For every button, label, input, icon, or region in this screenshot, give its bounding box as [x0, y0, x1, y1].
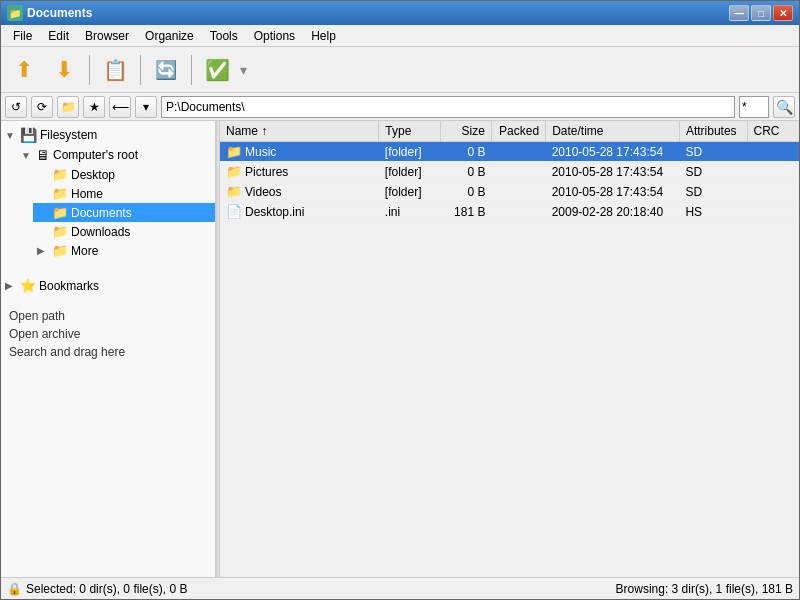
col-header-name[interactable]: Name ↑ — [220, 121, 379, 142]
history-button[interactable]: ⟵ — [109, 96, 131, 118]
cell-type: [folder] — [379, 162, 441, 182]
refresh-icon: 🔄 — [155, 59, 177, 81]
status-selected: Selected: 0 dir(s), 0 file(s), 0 B — [26, 582, 187, 596]
cell-datetime: 2009-02-28 20:18:40 — [546, 202, 680, 222]
check-button[interactable]: ✅ — [198, 51, 236, 89]
file-list: 📁Music [folder] 0 B 2010-05-28 17:43:54 … — [220, 142, 799, 222]
check-dropdown-arrow[interactable]: ▾ — [238, 62, 249, 78]
col-header-attributes[interactable]: Attributes — [679, 121, 747, 142]
path-input[interactable] — [161, 96, 735, 118]
desktop-label: Desktop — [71, 168, 115, 182]
toolbar-separator-2 — [140, 55, 141, 85]
upload-button[interactable]: ⬆ — [5, 51, 43, 89]
dropdown-button[interactable]: ▾ — [135, 96, 157, 118]
bookmark-button[interactable]: ★ — [83, 96, 105, 118]
view-button[interactable]: 📋 — [96, 51, 134, 89]
menu-file[interactable]: File — [5, 25, 40, 46]
tree-bookmarks[interactable]: ▶ ⭐ Bookmarks — [1, 276, 215, 295]
toolbar: ⬆ ⬇ 📋 🔄 ✅ ▾ — [1, 47, 799, 93]
bookmarks-label: Bookmarks — [39, 279, 99, 293]
folder-up-button[interactable]: 📁 — [57, 96, 79, 118]
menu-help[interactable]: Help — [303, 25, 344, 46]
maximize-button[interactable]: □ — [751, 5, 771, 21]
filesystem-icon: 💾 — [20, 127, 37, 143]
tree-documents[interactable]: 📁 Documents — [33, 203, 215, 222]
more-label: More — [71, 244, 98, 258]
right-panel: Name ↑ Type Size Packed Date/time Attrib… — [220, 121, 799, 577]
col-header-crc[interactable]: CRC — [747, 121, 799, 142]
documents-folder-icon: 📁 — [52, 205, 68, 220]
upload-icon: ⬆ — [15, 57, 33, 83]
cell-name: 📁Pictures — [220, 162, 379, 182]
cell-attributes: SD — [679, 162, 747, 182]
table-row[interactable]: 📁Pictures [folder] 0 B 2010-05-28 17:43:… — [220, 162, 799, 182]
filesystem-children: ▼ 🖥 Computer's root 📁 Desktop 📁 Home — [1, 145, 215, 260]
check-icon: ✅ — [205, 58, 230, 82]
desktop-folder-icon: 📁 — [52, 167, 68, 182]
cell-datetime: 2010-05-28 17:43:54 — [546, 142, 680, 162]
status-bar: 🔒 Selected: 0 dir(s), 0 file(s), 0 B Bro… — [1, 577, 799, 599]
menu-organize[interactable]: Organize — [137, 25, 202, 46]
open-path-link[interactable]: Open path — [1, 307, 215, 325]
expand-root-icon: ▼ — [21, 150, 33, 161]
col-header-type[interactable]: Type — [379, 121, 441, 142]
bookmarks-star-icon: ⭐ — [20, 278, 36, 293]
menu-edit[interactable]: Edit — [40, 25, 77, 46]
expand-more-icon: ▶ — [37, 245, 49, 256]
minimize-button[interactable]: — — [729, 5, 749, 21]
tree-filesystem[interactable]: ▼ 💾 Filesystem — [1, 125, 215, 145]
open-archive-link[interactable]: Open archive — [1, 325, 215, 343]
download-button[interactable]: ⬇ — [45, 51, 83, 89]
cell-packed — [491, 182, 545, 202]
col-header-size[interactable]: Size — [441, 121, 492, 142]
expand-bookmarks-icon: ▶ — [5, 280, 17, 291]
tree-computers-root[interactable]: ▼ 🖥 Computer's root — [17, 145, 215, 165]
tree-more[interactable]: ▶ 📁 More — [33, 241, 215, 260]
window-title: Documents — [27, 6, 729, 20]
root-children: 📁 Desktop 📁 Home 📁 Documents — [17, 165, 215, 260]
search-drag-link[interactable]: Search and drag here — [1, 343, 215, 361]
status-browsing: Browsing: 3 dir(s), 1 file(s), 181 B — [616, 582, 793, 596]
tree-home[interactable]: 📁 Home — [33, 184, 215, 203]
cell-crc — [747, 202, 799, 222]
sync-button[interactable]: ⟳ — [31, 96, 53, 118]
lock-icon: 🔒 — [7, 582, 22, 596]
documents-label: Documents — [71, 206, 132, 220]
file-icon: 📁 — [226, 164, 242, 179]
cell-size: 0 B — [441, 142, 492, 162]
menu-browser[interactable]: Browser — [77, 25, 137, 46]
tree-desktop[interactable]: 📁 Desktop — [33, 165, 215, 184]
tree-downloads[interactable]: 📁 Downloads — [33, 222, 215, 241]
cell-type: [folder] — [379, 142, 441, 162]
search-button[interactable]: 🔍 — [773, 96, 795, 118]
table-row[interactable]: 📄Desktop.ini .ini 181 B 2009-02-28 20:18… — [220, 202, 799, 222]
menu-tools[interactable]: Tools — [202, 25, 246, 46]
cell-attributes: HS — [679, 202, 747, 222]
col-header-datetime[interactable]: Date/time — [546, 121, 680, 142]
refresh-addr-button[interactable]: ↺ — [5, 96, 27, 118]
cell-crc — [747, 182, 799, 202]
main-area: ▼ 💾 Filesystem ▼ 🖥 Computer's root 📁 Des… — [1, 121, 799, 577]
more-folder-icon: 📁 — [52, 243, 68, 258]
file-icon: 📁 — [226, 144, 242, 159]
refresh-button[interactable]: 🔄 — [147, 51, 185, 89]
filter-input[interactable] — [739, 96, 769, 118]
cell-packed — [491, 162, 545, 182]
cell-type: [folder] — [379, 182, 441, 202]
close-button[interactable]: ✕ — [773, 5, 793, 21]
address-bar: ↺ ⟳ 📁 ★ ⟵ ▾ 🔍 — [1, 93, 799, 121]
view-icon: 📋 — [103, 58, 128, 82]
col-header-packed[interactable]: Packed — [491, 121, 545, 142]
table-row[interactable]: 📁Music [folder] 0 B 2010-05-28 17:43:54 … — [220, 142, 799, 162]
cell-crc — [747, 162, 799, 182]
gap1 — [1, 295, 215, 307]
menu-options[interactable]: Options — [246, 25, 303, 46]
cell-size: 0 B — [441, 182, 492, 202]
files-table: Name ↑ Type Size Packed Date/time Attrib… — [220, 121, 799, 222]
table-row[interactable]: 📁Videos [folder] 0 B 2010-05-28 17:43:54… — [220, 182, 799, 202]
menu-bar: File Edit Browser Organize Tools Options… — [1, 25, 799, 47]
window-icon: 📁 — [7, 5, 23, 21]
cell-datetime: 2010-05-28 17:43:54 — [546, 162, 680, 182]
computers-root-icon: 🖥 — [36, 147, 50, 163]
home-folder-icon: 📁 — [52, 186, 68, 201]
